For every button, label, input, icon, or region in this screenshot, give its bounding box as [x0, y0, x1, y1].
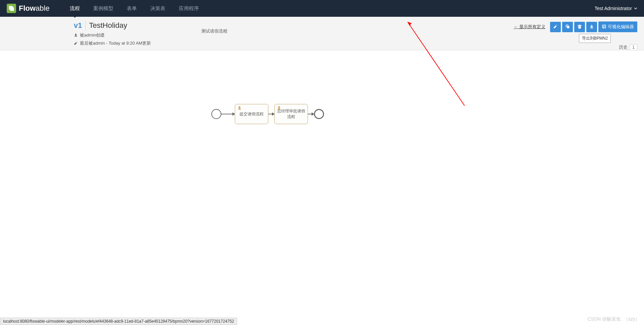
trash-icon — [577, 24, 582, 30]
user-task-approve[interactable]: 总经理审批请假流程 — [274, 104, 308, 124]
model-description: 测试请假流程 — [201, 28, 227, 34]
model-title: TestHoliday — [89, 21, 127, 30]
user-name: Test Administrator — [595, 6, 632, 11]
user-task-submit[interactable]: 提交请假流程 — [235, 104, 268, 124]
pencil-icon — [553, 24, 558, 30]
download-button[interactable]: 导出到BPMN2 — [586, 22, 597, 32]
top-navbar: Flowable 流程 案例模型 表单 决策表 应用程序 Test Admini… — [0, 0, 644, 17]
diagram-canvas[interactable]: 提交请假流程 总经理审批请假流程 — [0, 50, 644, 218]
chevron-down-icon — [634, 6, 637, 11]
history-row[interactable]: 历史 1 — [619, 44, 637, 50]
nav-apps[interactable]: 应用程序 — [179, 1, 199, 16]
pencil-icon — [74, 41, 78, 45]
visual-editor-button[interactable]: 可视化编辑器 — [598, 21, 637, 32]
nav-items: 流程 案例模型 表单 决策表 应用程序 — [70, 1, 199, 16]
logo-icon — [7, 4, 16, 13]
nav-decision-tables[interactable]: 决策表 — [150, 1, 165, 16]
edit-square-icon — [602, 24, 606, 30]
end-event[interactable] — [314, 109, 324, 119]
svg-rect-0 — [590, 28, 593, 28]
sequence-flow-3[interactable] — [308, 114, 314, 114]
copy-icon — [565, 24, 570, 30]
actions-row: ← 显示所有定义 导出到BPMN2 可视化编辑器 — [514, 21, 637, 32]
logo-text: Flowable — [19, 4, 50, 13]
nav-processes[interactable]: 流程 — [70, 1, 80, 16]
app-logo[interactable]: Flowable — [7, 4, 50, 13]
visual-editor-label: 可视化编辑器 — [608, 24, 634, 30]
navbar-left: Flowable 流程 案例模型 表单 决策表 应用程序 — [7, 1, 199, 16]
actions-column: ← 显示所有定义 导出到BPMN2 可视化编辑器 历史 1 — [514, 21, 637, 50]
sequence-flow-1[interactable] — [221, 114, 235, 114]
updated-by-text: 最后被admin - Today at 9:20 AM更新 — [80, 40, 151, 46]
user-menu[interactable]: Test Administrator — [595, 6, 637, 11]
task-label: 提交请假流程 — [239, 111, 264, 117]
show-all-definitions-link[interactable]: ← 显示所有定义 — [514, 24, 545, 30]
bpmn-diagram: 提交请假流程 总经理审批请假流程 — [211, 104, 324, 124]
sequence-flow-2[interactable] — [268, 114, 274, 114]
title-separator — [85, 21, 86, 30]
user-task-icon — [237, 106, 242, 111]
user-icon — [74, 33, 78, 37]
nav-forms[interactable]: 表单 — [127, 1, 137, 16]
user-task-icon — [277, 106, 281, 111]
download-icon — [589, 24, 594, 30]
history-label: 历史 — [619, 44, 628, 50]
duplicate-button[interactable] — [562, 22, 573, 32]
created-by-text: 被admin创建 — [80, 32, 105, 38]
download-tooltip: 导出到BPMN2 — [579, 34, 611, 43]
history-count: 1 — [630, 44, 637, 50]
edit-button[interactable] — [550, 22, 561, 32]
version-label: v1 — [74, 21, 82, 30]
model-header: v1 TestHoliday 被admin创建 最后被admin - Today… — [0, 17, 644, 50]
start-event[interactable] — [211, 109, 221, 119]
delete-button[interactable] — [574, 22, 585, 32]
nav-case-models[interactable]: 案例模型 — [93, 1, 113, 16]
